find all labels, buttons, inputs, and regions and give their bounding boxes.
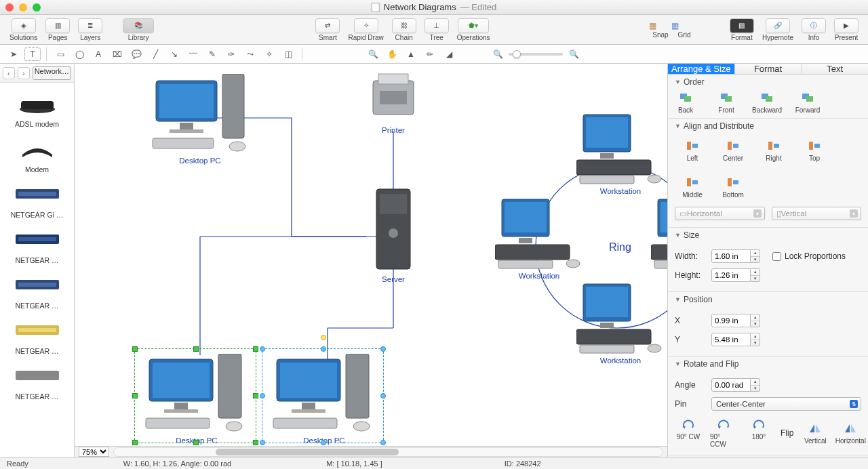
- align-bottom[interactable]: Bottom: [719, 176, 747, 199]
- info-button[interactable]: ⓘInfo: [799, 18, 829, 41]
- maximize-window-button[interactable]: [33, 3, 41, 12]
- crop-tool[interactable]: ◫: [280, 47, 296, 61]
- text-tool[interactable]: T: [24, 47, 41, 61]
- y-stepper[interactable]: ▴▾: [751, 333, 760, 346]
- eraser-tool[interactable]: ◢: [441, 47, 457, 61]
- stamp-tool[interactable]: ▲: [403, 47, 419, 61]
- zoom-in-button[interactable]: 🔍: [566, 47, 582, 61]
- zoom-out-button[interactable]: 🔍: [490, 47, 506, 61]
- angle-stepper[interactable]: ▴▾: [751, 378, 760, 392]
- library-item-netgear-4[interactable]: NETGEAR …: [1, 359, 73, 405]
- pages-button[interactable]: ▥Pages: [43, 18, 73, 41]
- grid-button[interactable]: ▦: [671, 21, 694, 30]
- order-forward[interactable]: Forward: [794, 91, 821, 114]
- library-selector[interactable]: Network…: [33, 66, 71, 80]
- snap-button[interactable]: ▦: [649, 21, 672, 30]
- library-item-netgear-3[interactable]: NETGEAR …: [1, 314, 73, 359]
- distribute-vertical-select[interactable]: ▯ Vertical▾: [772, 207, 862, 220]
- section-align[interactable]: Align and Distribute: [668, 119, 868, 134]
- horizontal-scrollbar[interactable]: [113, 447, 663, 457]
- align-middle[interactable]: Middle: [679, 176, 706, 199]
- align-center[interactable]: Center: [719, 139, 747, 162]
- layers-button[interactable]: ≣Layers: [75, 18, 105, 41]
- rotate-90-ccw[interactable]: 90° CCW: [710, 417, 737, 448]
- smart-button[interactable]: ⇄Smart: [313, 18, 342, 41]
- x-input[interactable]: [711, 314, 751, 327]
- pin-select[interactable]: Center-Center⇅: [711, 397, 861, 411]
- node-printer[interactable]: Printer: [366, 70, 420, 134]
- line-tool[interactable]: ╱: [147, 47, 163, 61]
- library-item-netgear-1[interactable]: NETGEAR …: [1, 223, 73, 268]
- rotate-90-cw[interactable]: 90° CW: [675, 417, 702, 448]
- distribute-horizontal-select[interactable]: ▭ Horizontal▾: [675, 207, 765, 220]
- order-backward[interactable]: Backward: [753, 91, 781, 114]
- library-back-button[interactable]: ‹: [3, 67, 15, 79]
- section-position[interactable]: Position: [668, 292, 868, 307]
- pointer-tool[interactable]: ➤: [5, 47, 22, 61]
- library-button[interactable]: 📚Library: [120, 18, 157, 41]
- format-panel-button[interactable]: ▤Format: [727, 18, 757, 41]
- connector-tool[interactable]: ⤳: [242, 47, 258, 61]
- present-button[interactable]: ▶Present: [831, 18, 861, 41]
- library-item-adsl-modem[interactable]: ADSL modem: [1, 87, 73, 132]
- node-workstation-right[interactable]: Workstati: [651, 196, 667, 280]
- align-left[interactable]: Left: [679, 139, 706, 162]
- arrow-tool[interactable]: ↘: [166, 47, 182, 61]
- solutions-button[interactable]: ◈Solutions: [7, 18, 40, 41]
- node-workstation-left[interactable]: Workstation: [495, 196, 583, 280]
- zoom-tool[interactable]: 🔍: [365, 47, 381, 61]
- tab-format[interactable]: Format: [734, 64, 802, 74]
- tab-arrange-size[interactable]: Arrange & Size: [668, 64, 734, 74]
- hypernote-button[interactable]: 🔗Hypernote: [760, 18, 796, 41]
- flip-horizontal[interactable]: Horizontal: [837, 422, 864, 445]
- svg-rect-34: [580, 176, 634, 184]
- width-input[interactable]: [711, 249, 751, 263]
- tab-text[interactable]: Text: [801, 64, 868, 74]
- rotate-180-[interactable]: 180°: [745, 417, 772, 448]
- tree-button[interactable]: ⊥Tree: [422, 18, 452, 41]
- zoom-slider[interactable]: [509, 53, 563, 56]
- x-stepper[interactable]: ▴▾: [751, 314, 760, 327]
- align-right[interactable]: Right: [760, 139, 787, 162]
- callout-tool[interactable]: 💬: [128, 47, 144, 61]
- chain-button[interactable]: ⛓Chain: [389, 18, 419, 41]
- align-top[interactable]: Top: [801, 139, 828, 162]
- library-item-modem[interactable]: Modem: [1, 132, 73, 178]
- minimize-window-button[interactable]: [19, 3, 27, 12]
- canvas[interactable]: Desktop PC Printer Server: [75, 64, 667, 446]
- flip-vertical[interactable]: Vertical: [802, 422, 829, 445]
- library-item-netgear-gi[interactable]: NETGEAR Gi …: [1, 178, 73, 223]
- close-window-button[interactable]: [5, 3, 14, 12]
- section-group[interactable]: Group and Lock: [668, 455, 868, 457]
- node-tool[interactable]: ✧: [261, 47, 277, 61]
- pen-tool[interactable]: ✎: [204, 47, 220, 61]
- node-server[interactable]: Server: [366, 186, 420, 283]
- rapid-draw-button[interactable]: ✧Rapid Draw: [345, 18, 386, 41]
- zoom-selector[interactable]: 75%: [79, 447, 109, 457]
- lock-proportions-checkbox[interactable]: [772, 252, 781, 261]
- eyedropper-tool[interactable]: ✏: [422, 47, 438, 61]
- library-forward-button[interactable]: ›: [18, 67, 30, 79]
- height-input[interactable]: [711, 268, 751, 282]
- height-stepper[interactable]: ▴▾: [751, 268, 760, 282]
- section-rotate[interactable]: Rotate and Flip: [668, 356, 868, 371]
- order-back[interactable]: Back: [672, 91, 699, 114]
- y-input[interactable]: [711, 333, 751, 346]
- node-desktop-pc[interactable]: Desktop PC: [149, 74, 251, 165]
- section-size[interactable]: Size: [668, 228, 868, 243]
- rect-tool[interactable]: ▭: [52, 47, 68, 61]
- width-stepper[interactable]: ▴▾: [751, 249, 760, 263]
- library-item-netgear-2[interactable]: NETGEAR …: [1, 268, 73, 314]
- font-tool[interactable]: A: [90, 47, 106, 61]
- angle-input[interactable]: [711, 378, 751, 392]
- order-front[interactable]: Front: [713, 91, 740, 114]
- hand-tool[interactable]: ✋: [384, 47, 400, 61]
- textbox-tool[interactable]: ⌧: [109, 47, 125, 61]
- node-workstation-bottom[interactable]: Workstation: [576, 281, 665, 365]
- section-order[interactable]: Order: [668, 75, 868, 89]
- bezier-tool[interactable]: ✑: [223, 47, 239, 61]
- node-workstation-top[interactable]: Workstation: [576, 111, 665, 195]
- ellipse-tool[interactable]: ◯: [71, 47, 87, 61]
- operations-button[interactable]: ⬟▾Operations: [454, 18, 493, 41]
- curve-tool[interactable]: 〰: [185, 47, 201, 61]
